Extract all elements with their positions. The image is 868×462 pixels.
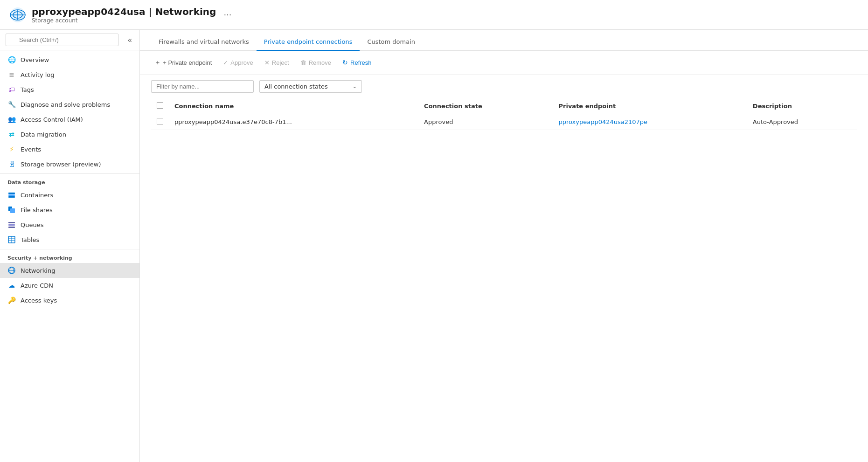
reject-label: Reject [272, 59, 289, 66]
svg-rect-5 [8, 193, 15, 194]
sidebar-item-events[interactable]: ⚡ Events [0, 142, 139, 157]
section-data-storage: Data storage [0, 173, 139, 187]
tables-icon [7, 235, 16, 244]
sidebar-item-label: Access keys [21, 297, 57, 304]
connection-state-header: Connection state [418, 98, 553, 114]
sidebar-item-label: Data migration [21, 131, 66, 138]
sidebar-item-access-control[interactable]: 👥 Access Control (IAM) [0, 112, 139, 127]
select-all-column [151, 98, 169, 114]
sidebar-item-file-shares[interactable]: File shares [0, 202, 139, 217]
connection-state-dropdown[interactable]: All connection states ⌄ [259, 80, 362, 93]
sidebar-nav: 🌐 Overview ≡ Activity log 🏷 Tags 🔧 Diagn… [0, 50, 139, 310]
page-title: pproxypeapp0424usa | Networking [32, 6, 216, 17]
private-endpoint-link[interactable]: pproxypeapp0424usa2107pe [558, 118, 647, 125]
refresh-icon: ↻ [342, 59, 348, 66]
connection-state-cell: Approved [418, 114, 553, 130]
sidebar-item-data-migration[interactable]: ⇄ Data migration [0, 127, 139, 142]
cdn-icon: ☁ [7, 281, 16, 290]
remove-button[interactable]: 🗑 Remove [296, 57, 336, 69]
sidebar-item-label: Activity log [21, 71, 55, 78]
sidebar-item-tags[interactable]: 🏷 Tags [0, 82, 139, 97]
description-cell: Auto-Approved [747, 114, 857, 130]
sidebar-item-access-keys[interactable]: 🔑 Access keys [0, 293, 139, 308]
people-icon: 👥 [7, 115, 16, 124]
main-content: Firewalls and virtual networks Private e… [140, 30, 868, 462]
reject-button[interactable]: ✕ Reject [260, 57, 294, 69]
svg-rect-10 [8, 222, 15, 223]
svg-rect-12 [8, 227, 15, 228]
migration-icon: ⇄ [7, 130, 16, 138]
private-endpoint-header: Private endpoint [553, 98, 747, 114]
remove-label: Remove [309, 59, 331, 66]
svg-rect-11 [8, 224, 15, 226]
lightning-icon: ⚡ [7, 145, 16, 153]
sidebar-item-label: File shares [21, 207, 53, 214]
checkmark-icon: ✓ [223, 59, 228, 66]
row-select-cell [151, 114, 169, 130]
collapse-sidebar-button[interactable]: « [122, 32, 138, 48]
sidebar-item-activity-log[interactable]: ≡ Activity log [0, 67, 139, 82]
sidebar-item-label: Networking [21, 267, 55, 274]
containers-icon [7, 191, 16, 199]
sidebar-item-label: Containers [21, 192, 53, 199]
storage-icon: 🗄 [7, 160, 16, 168]
chevron-down-icon: ⌄ [353, 83, 357, 90]
tag-icon: 🏷 [7, 85, 16, 94]
sidebar-item-label: Queues [21, 221, 43, 228]
sidebar-item-label: Azure CDN [21, 282, 53, 289]
sidebar-item-label: Events [21, 146, 41, 153]
svg-rect-6 [8, 194, 15, 196]
connections-table: Connection name Connection state Private… [151, 98, 857, 130]
row-checkbox[interactable] [157, 118, 163, 124]
add-private-endpoint-button[interactable]: + + Private endpoint [151, 56, 216, 69]
svg-rect-7 [8, 196, 15, 198]
approve-button[interactable]: ✓ Approve [218, 57, 257, 69]
sidebar-item-storage-browser[interactable]: 🗄 Storage browser (preview) [0, 157, 139, 172]
sidebar-item-label: Storage browser (preview) [21, 161, 101, 168]
tab-custom-domain[interactable]: Custom domain [360, 34, 423, 51]
tab-firewalls[interactable]: Firewalls and virtual networks [151, 34, 257, 51]
sidebar-item-diagnose[interactable]: 🔧 Diagnose and solve problems [0, 97, 139, 112]
network-icon [7, 266, 16, 275]
more-options-button[interactable]: ··· [223, 10, 231, 20]
private-endpoint-cell: pproxypeapp0424usa2107pe [553, 114, 747, 130]
sidebar-item-containers[interactable]: Containers [0, 187, 139, 202]
page-header: pproxypeapp0424usa | Networking Storage … [0, 0, 868, 30]
sidebar-item-label: Tags [21, 86, 34, 93]
sidebar-item-networking[interactable]: Networking [0, 263, 139, 278]
approve-label: Approve [230, 59, 253, 66]
refresh-button[interactable]: ↻ Refresh [338, 56, 376, 69]
sidebar-item-tables[interactable]: Tables [0, 232, 139, 247]
description-header: Description [747, 98, 857, 114]
table-body: pproxypeapp0424usa.e37e70c8-7b1... Appro… [151, 114, 857, 130]
table-header: Connection name Connection state Private… [151, 98, 857, 114]
title-block: pproxypeapp0424usa | Networking Storage … [32, 6, 216, 24]
sidebar-item-label: Diagnose and solve problems [21, 101, 110, 108]
sidebar: 🔍 « 🌐 Overview ≡ Activity log 🏷 Tags [0, 30, 140, 462]
select-all-checkbox[interactable] [157, 102, 163, 109]
filter-bar: All connection states ⌄ [140, 75, 868, 98]
list-icon: ≡ [7, 70, 16, 79]
sidebar-item-queues[interactable]: Queues [0, 217, 139, 232]
tabs-bar: Firewalls and virtual networks Private e… [140, 34, 868, 51]
connection-name-header: Connection name [169, 98, 418, 114]
queues-icon [7, 221, 16, 229]
sidebar-search-input[interactable] [6, 34, 118, 46]
wrench-icon: 🔧 [7, 100, 16, 109]
files-icon [7, 206, 16, 214]
sidebar-item-overview[interactable]: 🌐 Overview [0, 52, 139, 67]
tab-private-endpoints[interactable]: Private endpoint connections [257, 34, 360, 51]
toolbar: + + Private endpoint ✓ Approve ✕ Reject … [140, 51, 868, 75]
trash-icon: 🗑 [300, 59, 306, 66]
sidebar-item-azure-cdn[interactable]: ☁ Azure CDN [0, 278, 139, 293]
filter-name-input[interactable] [151, 80, 254, 93]
connection-name-cell: pproxypeapp0424usa.e37e70c8-7b1... [169, 114, 418, 130]
connections-table-container: Connection name Connection state Private… [140, 98, 868, 130]
svg-rect-9 [10, 208, 15, 213]
key-icon: 🔑 [7, 296, 16, 304]
table-row: pproxypeapp0424usa.e37e70c8-7b1... Appro… [151, 114, 857, 130]
plus-icon: + [156, 59, 160, 66]
section-security-networking: Security + networking [0, 249, 139, 263]
globe-icon: 🌐 [7, 55, 16, 64]
add-label: + Private endpoint [163, 59, 212, 66]
